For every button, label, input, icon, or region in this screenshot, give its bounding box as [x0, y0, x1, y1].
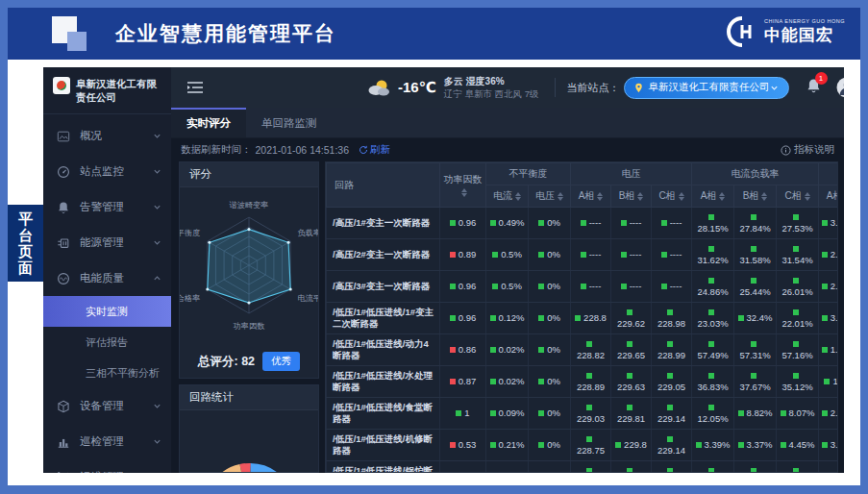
refresh-time-label: 数据刷新时间： — [181, 143, 252, 157]
station-value: 阜新汉道化工有限责任公司 — [649, 81, 770, 94]
status-dot — [738, 315, 744, 321]
score-panel-title: 评分 — [180, 162, 318, 187]
tab-0[interactable]: 实时评分 — [171, 108, 246, 137]
status-dot — [661, 252, 667, 258]
power-quality-icon — [57, 272, 70, 285]
sort-icon[interactable] — [558, 192, 563, 201]
status-dot — [661, 284, 667, 289]
sidebar-item-1[interactable]: 站点监控 — [43, 154, 171, 189]
status-dot — [490, 410, 496, 416]
refresh-time: 2021-01-06 14:51:36 — [256, 144, 350, 156]
circuit-stats-title: 回路统计 — [180, 385, 318, 410]
sidebar-item-4[interactable]: 电能质量 — [43, 260, 171, 296]
svg-text:功率因数: 功率因数 — [233, 322, 265, 331]
status-dot — [581, 220, 586, 226]
status-dot — [667, 373, 673, 379]
sidebar-fold-icon[interactable] — [186, 81, 204, 94]
status-dot — [627, 341, 632, 347]
status-dot — [751, 373, 756, 379]
status-dot — [450, 284, 456, 289]
notification-bell[interactable]: 1 — [806, 78, 821, 97]
status-dot — [708, 341, 714, 347]
status-dot — [822, 220, 828, 226]
table-row[interactable]: /低压/1#低压进线/食堂断路器10.09%0%229.03229.81229.… — [327, 398, 839, 430]
table-row[interactable]: /高压/3#变主一次断路器0.960.5%0%------------24.86… — [327, 271, 839, 303]
status-dot — [751, 214, 756, 220]
sidebar-item-7[interactable]: 运维管理 — [43, 459, 171, 473]
sort-icon[interactable] — [515, 192, 521, 201]
table-row[interactable]: /高压/1#变主一次断路器0.960.49%0%------------28.1… — [327, 208, 839, 239]
sidebar-item-2[interactable]: 告警管理 — [43, 189, 171, 225]
svg-text:平衡度: 平衡度 — [180, 229, 200, 237]
svg-text:负载率: 负载率 — [297, 229, 318, 237]
tab-bar: 实时评分单回路监测 — [171, 108, 844, 138]
divider — [555, 78, 556, 97]
table-row[interactable]: /低压/1#低压进线/水处理断路器0.870.02%0%228.89229.63… — [327, 366, 839, 398]
table-row[interactable]: /低压/1#低压进线/锅炉断路器0.870.06%0%228.81229.832… — [327, 461, 839, 474]
status-dot — [708, 214, 714, 220]
sidebar-item-5[interactable]: 设备管理 — [43, 388, 171, 424]
company-block[interactable]: 阜新汉道化工有限责任公司 — [43, 67, 171, 114]
sort-icon[interactable] — [461, 188, 467, 197]
alarm-icon — [57, 201, 70, 214]
col-group-header: 电流负载率 — [692, 163, 819, 185]
status-dot — [738, 442, 744, 448]
table-row[interactable]: /高压/2#变主一次断路器0.890.5%0%------------31.62… — [327, 239, 839, 271]
circuit-donut-chart — [180, 410, 318, 472]
status-dot — [708, 405, 714, 410]
avatar — [836, 77, 844, 98]
weather-widget: -16℃ 多云 湿度36% 辽宁 阜新市 西北风 7级 — [367, 75, 539, 101]
energy-icon — [57, 236, 70, 250]
sort-icon[interactable] — [761, 192, 767, 201]
status-dot — [793, 309, 799, 315]
indicator-help-link[interactable]: 指标说明 — [781, 143, 834, 157]
sidebar-item-6[interactable]: 巡检管理 — [43, 424, 171, 459]
app-window: 企业智慧用能管理平台 CHINA ENERGY GUO HONG 中能国宏 平台… — [0, 0, 868, 494]
refresh-button[interactable]: 刷新 — [359, 143, 390, 157]
status-dot — [627, 468, 632, 473]
user-menu[interactable]: 阜新汉道化工有限责任公司 — [836, 77, 844, 98]
status-dot — [450, 315, 456, 321]
status-dot — [667, 468, 673, 473]
status-dot — [538, 379, 544, 384]
dashboard: 阜新汉道化工有限责任公司 概况站点监控告警管理能源管理电能质量实时监测评估报告三… — [43, 67, 844, 473]
sidebar-item-0[interactable]: 概况 — [43, 118, 171, 154]
status-dot — [490, 379, 496, 384]
monitor-icon — [57, 165, 70, 179]
status-dot — [450, 442, 456, 448]
col-header: A相 — [819, 185, 838, 208]
status-dot — [781, 410, 786, 416]
status-dot — [751, 246, 756, 252]
location-pin-icon — [634, 83, 643, 93]
status-dot — [538, 315, 544, 321]
sidebar-subitem[interactable]: 三相不平衡分析 — [43, 358, 171, 388]
status-dot — [490, 220, 496, 226]
col-header: C相 — [652, 185, 692, 208]
sidebar-subitem[interactable]: 评估报告 — [43, 327, 171, 358]
sidebar-item-3[interactable]: 能源管理 — [43, 225, 171, 260]
sort-icon[interactable] — [637, 192, 643, 201]
tab-1[interactable]: 单回路监测 — [246, 108, 333, 137]
left-column: 评分 谐波畸变率负载率电流平衡功率因数合格率平衡度 总评分: 82 优秀 回路统… — [179, 161, 319, 473]
chevron-down-icon — [153, 238, 161, 247]
chevron-down-icon — [153, 203, 161, 211]
table-row[interactable]: /低压/1#低压进线/1#变主二次断路器0.960.12%0%228.8229.… — [327, 303, 839, 334]
sort-icon[interactable] — [805, 192, 810, 201]
page-title: 企业智慧用能管理平台 — [115, 20, 336, 47]
table-row[interactable]: /低压/1#低压进线/动力4断路器0.860.02%0%228.82229.65… — [327, 334, 839, 366]
sort-icon[interactable] — [597, 192, 603, 201]
col-header: 电流 — [486, 185, 529, 208]
score-grade-badge[interactable]: 优秀 — [262, 352, 300, 371]
sidebar-subitem[interactable]: 实时监测 — [43, 296, 171, 327]
sort-icon[interactable] — [719, 192, 725, 201]
table-row[interactable]: /低压/1#低压进线/机修断路器0.530.21%0%228.75229.822… — [327, 430, 839, 461]
main-area: -16℃ 多云 湿度36% 辽宁 阜新市 西北风 7级 当前站点： 阜 — [171, 67, 844, 473]
brand: CHINA ENERGY GUO HONG 中能国宏 — [726, 15, 845, 48]
col-header: 功率因数 — [440, 163, 486, 208]
station-select[interactable]: 阜新汉道化工有限责任公司 — [624, 77, 789, 99]
info-icon — [781, 145, 791, 156]
sort-icon[interactable] — [679, 192, 684, 201]
status-dot — [822, 442, 828, 448]
status-dot — [781, 442, 786, 448]
status-dot — [456, 410, 461, 416]
